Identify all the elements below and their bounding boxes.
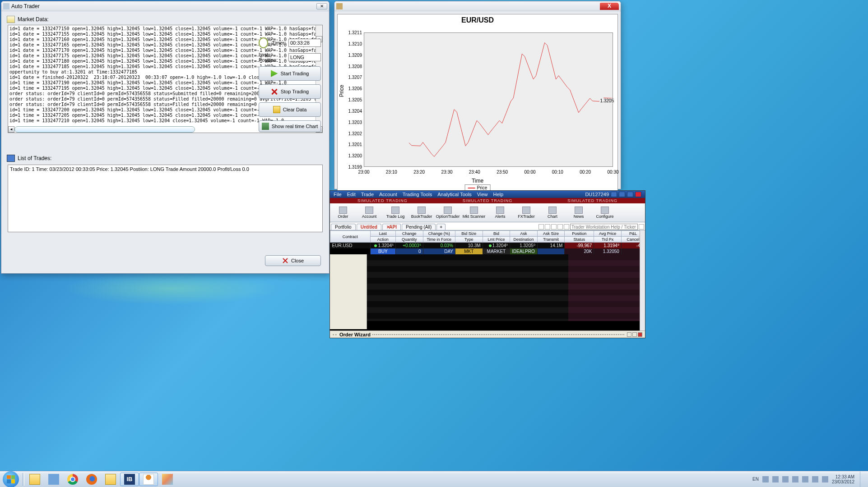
- col-contract[interactable]: Contract: [330, 231, 371, 243]
- col-change[interactable]: Change: [396, 231, 423, 237]
- tool-trade-log[interactable]: Trade Log: [382, 203, 408, 222]
- flag-icon[interactable]: [792, 476, 798, 482]
- paint-icon: [162, 474, 173, 485]
- col-status[interactable]: Status: [565, 237, 594, 243]
- scroll-thumb[interactable]: [14, 126, 195, 133]
- col-position[interactable]: Position: [565, 231, 594, 237]
- toolbar-icon[interactable]: [551, 224, 557, 230]
- timer-input[interactable]: [288, 39, 321, 47]
- col-lmt[interactable]: Lmt Price: [483, 237, 510, 243]
- tool-configure[interactable]: Configure: [592, 203, 618, 222]
- col-action[interactable]: Action: [370, 237, 395, 243]
- tool-news[interactable]: News: [566, 203, 592, 222]
- ib-taskbar-button[interactable]: IB: [120, 473, 139, 486]
- start-trading-button[interactable]: Start Trading: [259, 66, 321, 81]
- trades-list[interactable]: Trade ID: 1 Time: 03/23/2012 00:33:05 Pr…: [8, 165, 323, 232]
- menu-trading-tools[interactable]: Trading Tools: [403, 192, 432, 197]
- order-wizard-bar[interactable]: ◦ ◦ Order Wizard: [330, 331, 645, 338]
- close-button[interactable]: Close: [265, 255, 321, 266]
- network-icon[interactable]: [802, 476, 808, 482]
- wizard-icon[interactable]: [627, 332, 631, 337]
- close-button[interactable]: [635, 192, 641, 197]
- menu-help[interactable]: Help: [493, 192, 504, 197]
- show-chart-button[interactable]: Show real time Chart: [259, 120, 321, 132]
- col-change-pct[interactable]: Change (%): [423, 231, 455, 237]
- col-type[interactable]: Type: [455, 237, 483, 243]
- language-indicator[interactable]: EN: [752, 477, 759, 482]
- tray-icon[interactable]: [772, 476, 779, 482]
- tray-icon[interactable]: [762, 476, 769, 482]
- last-position-input[interactable]: [288, 53, 321, 61]
- wizard-icon[interactable]: [632, 332, 637, 337]
- tool-alerts[interactable]: Alerts: [487, 203, 513, 222]
- menu-account[interactable]: Account: [379, 192, 397, 197]
- menu-analytical-tools[interactable]: Analytical Tools: [437, 192, 472, 197]
- tool-mkt-scanner[interactable]: Mkt Scanner: [461, 203, 487, 222]
- chrome-taskbar-button[interactable]: [63, 473, 82, 486]
- explorer-taskbar-button[interactable]: [25, 473, 44, 486]
- trade-row[interactable]: Trade ID: 1 Time: 03/23/2012 00:33:05 Pr…: [10, 166, 320, 172]
- tray-icon[interactable]: [782, 476, 789, 482]
- start-button[interactable]: [3, 471, 19, 487]
- tab-portfolio[interactable]: Portfolio: [331, 224, 356, 230]
- toolbar-icon[interactable]: [538, 224, 544, 230]
- search-input[interactable]: [570, 224, 638, 230]
- tool-order[interactable]: Order: [330, 203, 356, 222]
- volume-icon[interactable]: [822, 476, 828, 482]
- toolbar-icon[interactable]: [545, 224, 550, 230]
- chart-plot-area[interactable]: 1.3205: [364, 32, 613, 167]
- symbol-row[interactable]: EUR.USD 1.3204⁵ +0.0003⁵ 0.03% 10.3M 1.3…: [330, 243, 645, 248]
- tab-add-button[interactable]: +: [436, 224, 446, 230]
- chart-close-button[interactable]: X: [600, 3, 619, 10]
- tool-account[interactable]: Account: [356, 203, 382, 222]
- settings-icon[interactable]: [611, 192, 617, 197]
- tool-fxtrader[interactable]: FXTrader: [513, 203, 539, 222]
- col-avg-price[interactable]: Avg Price: [594, 231, 622, 237]
- col-bid[interactable]: Bid: [483, 231, 510, 237]
- tool-optiontrader[interactable]: OptionTrader: [435, 203, 461, 222]
- tab-api[interactable]: ✕ API: [382, 224, 401, 230]
- clear-data-button[interactable]: Clear Data: [259, 102, 321, 117]
- menu-edit[interactable]: Edit: [347, 192, 356, 197]
- y-tick: 1.3209: [348, 52, 362, 57]
- col-transmit[interactable]: Transmit: [537, 237, 565, 243]
- col-quantity[interactable]: Quantity: [396, 237, 423, 243]
- order-row[interactable]: BUY 0 DAY MKT MARKET IDEALPRO 20K 1.3205…: [330, 248, 645, 254]
- battery-icon[interactable]: [812, 476, 818, 482]
- col-ask[interactable]: Ask: [510, 231, 538, 237]
- grid-scrollbar[interactable]: [640, 230, 645, 331]
- menu-view[interactable]: View: [477, 192, 488, 197]
- show-desktop-button[interactable]: [860, 472, 865, 487]
- titlebar[interactable]: Auto Trader ✕: [1, 1, 329, 11]
- toolbar-icon[interactable]: [557, 224, 563, 230]
- col-ask-size[interactable]: Ask Size: [537, 231, 565, 237]
- maximize-button[interactable]: [627, 192, 633, 197]
- tab-pending[interactable]: Pending (All): [402, 224, 436, 230]
- tool-booktrader[interactable]: BookTrader: [408, 203, 435, 222]
- minimize-button[interactable]: [619, 192, 625, 197]
- toolbar-icon[interactable]: [564, 224, 569, 230]
- tab-untitled[interactable]: Untitled: [357, 224, 381, 230]
- col-trdpx[interactable]: Trd Px: [594, 237, 622, 243]
- close-window-button[interactable]: ✕: [316, 3, 327, 9]
- col-tif[interactable]: Time in Force: [423, 237, 455, 243]
- stop-trading-button[interactable]: Stop Trading: [259, 84, 321, 99]
- java-taskbar-button[interactable]: [139, 473, 158, 486]
- firefox-taskbar-button[interactable]: [82, 473, 101, 486]
- taskbar-clock[interactable]: 12:33 AM 23/03/2012: [832, 474, 854, 484]
- apps-taskbar-button[interactable]: [44, 473, 63, 486]
- col-bid-size[interactable]: Bid Size: [455, 231, 483, 237]
- menu-trade[interactable]: Trade: [361, 192, 374, 197]
- paint-taskbar-button[interactable]: [158, 473, 177, 486]
- menu-file[interactable]: File: [334, 192, 342, 197]
- col-dest[interactable]: Destination: [510, 237, 538, 243]
- scroll-left-button[interactable]: ◀: [8, 126, 14, 133]
- tool-chart[interactable]: Chart: [539, 203, 566, 222]
- chart-titlebar[interactable]: X: [334, 1, 621, 11]
- search-icon[interactable]: [639, 224, 644, 230]
- col-last[interactable]: Last: [370, 231, 395, 237]
- folder-taskbar-button[interactable]: [101, 473, 120, 486]
- header-row-2: Action Quantity Time in Force Type Lmt P…: [330, 237, 645, 243]
- wizard-close-icon[interactable]: [638, 332, 642, 337]
- quote-grid[interactable]: Contract Last Change Change (%) Bid Size…: [330, 230, 645, 329]
